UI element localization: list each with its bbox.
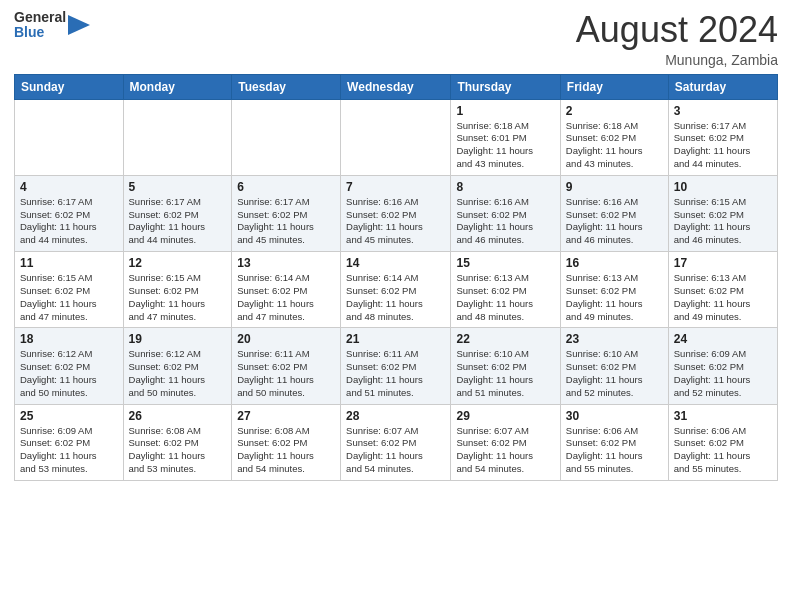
calendar-title: August 2024	[576, 10, 778, 50]
day-number: 12	[129, 256, 227, 270]
day-info: Sunrise: 6:17 AM Sunset: 6:02 PM Dayligh…	[237, 196, 335, 247]
week-row-3: 11Sunrise: 6:15 AM Sunset: 6:02 PM Dayli…	[15, 252, 778, 328]
day-number: 16	[566, 256, 663, 270]
day-info: Sunrise: 6:09 AM Sunset: 6:02 PM Dayligh…	[674, 348, 772, 399]
calendar-cell: 11Sunrise: 6:15 AM Sunset: 6:02 PM Dayli…	[15, 252, 124, 328]
day-info: Sunrise: 6:17 AM Sunset: 6:02 PM Dayligh…	[20, 196, 118, 247]
calendar-cell: 31Sunrise: 6:06 AM Sunset: 6:02 PM Dayli…	[668, 404, 777, 480]
calendar-cell: 26Sunrise: 6:08 AM Sunset: 6:02 PM Dayli…	[123, 404, 232, 480]
calendar-cell: 13Sunrise: 6:14 AM Sunset: 6:02 PM Dayli…	[232, 252, 341, 328]
calendar-cell	[232, 99, 341, 175]
logo-general: General	[14, 10, 66, 25]
day-number: 23	[566, 332, 663, 346]
page: General Blue August 2024 Mununga, Zambia…	[0, 0, 792, 612]
calendar-cell: 20Sunrise: 6:11 AM Sunset: 6:02 PM Dayli…	[232, 328, 341, 404]
calendar-cell: 14Sunrise: 6:14 AM Sunset: 6:02 PM Dayli…	[341, 252, 451, 328]
calendar-cell: 1Sunrise: 6:18 AM Sunset: 6:01 PM Daylig…	[451, 99, 560, 175]
day-number: 6	[237, 180, 335, 194]
day-info: Sunrise: 6:16 AM Sunset: 6:02 PM Dayligh…	[346, 196, 445, 247]
calendar-cell: 28Sunrise: 6:07 AM Sunset: 6:02 PM Dayli…	[341, 404, 451, 480]
week-row-5: 25Sunrise: 6:09 AM Sunset: 6:02 PM Dayli…	[15, 404, 778, 480]
day-info: Sunrise: 6:15 AM Sunset: 6:02 PM Dayligh…	[20, 272, 118, 323]
calendar-cell: 2Sunrise: 6:18 AM Sunset: 6:02 PM Daylig…	[560, 99, 668, 175]
calendar-cell: 27Sunrise: 6:08 AM Sunset: 6:02 PM Dayli…	[232, 404, 341, 480]
day-number: 28	[346, 409, 445, 423]
day-number: 18	[20, 332, 118, 346]
calendar-cell: 3Sunrise: 6:17 AM Sunset: 6:02 PM Daylig…	[668, 99, 777, 175]
day-info: Sunrise: 6:13 AM Sunset: 6:02 PM Dayligh…	[456, 272, 554, 323]
day-number: 3	[674, 104, 772, 118]
calendar-cell: 29Sunrise: 6:07 AM Sunset: 6:02 PM Dayli…	[451, 404, 560, 480]
day-info: Sunrise: 6:13 AM Sunset: 6:02 PM Dayligh…	[674, 272, 772, 323]
day-number: 9	[566, 180, 663, 194]
day-info: Sunrise: 6:07 AM Sunset: 6:02 PM Dayligh…	[456, 425, 554, 476]
calendar-cell: 15Sunrise: 6:13 AM Sunset: 6:02 PM Dayli…	[451, 252, 560, 328]
logo-blue: Blue	[14, 25, 66, 40]
calendar-table: Sunday Monday Tuesday Wednesday Thursday…	[14, 74, 778, 481]
week-row-4: 18Sunrise: 6:12 AM Sunset: 6:02 PM Dayli…	[15, 328, 778, 404]
day-info: Sunrise: 6:16 AM Sunset: 6:02 PM Dayligh…	[456, 196, 554, 247]
calendar-cell: 30Sunrise: 6:06 AM Sunset: 6:02 PM Dayli…	[560, 404, 668, 480]
calendar-cell: 6Sunrise: 6:17 AM Sunset: 6:02 PM Daylig…	[232, 175, 341, 251]
day-number: 15	[456, 256, 554, 270]
day-number: 5	[129, 180, 227, 194]
logo: General Blue	[14, 10, 90, 41]
weekday-header-row: Sunday Monday Tuesday Wednesday Thursday…	[15, 74, 778, 99]
calendar-location: Mununga, Zambia	[576, 52, 778, 68]
calendar-cell: 22Sunrise: 6:10 AM Sunset: 6:02 PM Dayli…	[451, 328, 560, 404]
col-monday: Monday	[123, 74, 232, 99]
day-number: 30	[566, 409, 663, 423]
calendar-cell: 16Sunrise: 6:13 AM Sunset: 6:02 PM Dayli…	[560, 252, 668, 328]
col-friday: Friday	[560, 74, 668, 99]
col-sunday: Sunday	[15, 74, 124, 99]
day-info: Sunrise: 6:12 AM Sunset: 6:02 PM Dayligh…	[129, 348, 227, 399]
calendar-cell: 21Sunrise: 6:11 AM Sunset: 6:02 PM Dayli…	[341, 328, 451, 404]
calendar-cell: 24Sunrise: 6:09 AM Sunset: 6:02 PM Dayli…	[668, 328, 777, 404]
day-number: 1	[456, 104, 554, 118]
calendar-cell: 4Sunrise: 6:17 AM Sunset: 6:02 PM Daylig…	[15, 175, 124, 251]
calendar-cell: 17Sunrise: 6:13 AM Sunset: 6:02 PM Dayli…	[668, 252, 777, 328]
day-number: 14	[346, 256, 445, 270]
day-number: 20	[237, 332, 335, 346]
day-number: 10	[674, 180, 772, 194]
day-info: Sunrise: 6:08 AM Sunset: 6:02 PM Dayligh…	[237, 425, 335, 476]
calendar-cell: 5Sunrise: 6:17 AM Sunset: 6:02 PM Daylig…	[123, 175, 232, 251]
day-info: Sunrise: 6:17 AM Sunset: 6:02 PM Dayligh…	[129, 196, 227, 247]
calendar-cell	[123, 99, 232, 175]
col-wednesday: Wednesday	[341, 74, 451, 99]
day-info: Sunrise: 6:15 AM Sunset: 6:02 PM Dayligh…	[129, 272, 227, 323]
day-info: Sunrise: 6:17 AM Sunset: 6:02 PM Dayligh…	[674, 120, 772, 171]
calendar-cell	[15, 99, 124, 175]
logo-graphic: General Blue	[14, 10, 90, 41]
day-info: Sunrise: 6:14 AM Sunset: 6:02 PM Dayligh…	[346, 272, 445, 323]
day-info: Sunrise: 6:08 AM Sunset: 6:02 PM Dayligh…	[129, 425, 227, 476]
day-number: 7	[346, 180, 445, 194]
calendar-cell: 8Sunrise: 6:16 AM Sunset: 6:02 PM Daylig…	[451, 175, 560, 251]
calendar-cell: 9Sunrise: 6:16 AM Sunset: 6:02 PM Daylig…	[560, 175, 668, 251]
header: General Blue August 2024 Mununga, Zambia	[14, 10, 778, 68]
day-number: 27	[237, 409, 335, 423]
calendar-cell: 23Sunrise: 6:10 AM Sunset: 6:02 PM Dayli…	[560, 328, 668, 404]
day-info: Sunrise: 6:12 AM Sunset: 6:02 PM Dayligh…	[20, 348, 118, 399]
svg-marker-0	[68, 15, 90, 35]
day-number: 4	[20, 180, 118, 194]
day-number: 11	[20, 256, 118, 270]
day-info: Sunrise: 6:11 AM Sunset: 6:02 PM Dayligh…	[237, 348, 335, 399]
day-number: 24	[674, 332, 772, 346]
day-number: 8	[456, 180, 554, 194]
day-info: Sunrise: 6:14 AM Sunset: 6:02 PM Dayligh…	[237, 272, 335, 323]
col-saturday: Saturday	[668, 74, 777, 99]
day-number: 26	[129, 409, 227, 423]
day-number: 25	[20, 409, 118, 423]
day-info: Sunrise: 6:15 AM Sunset: 6:02 PM Dayligh…	[674, 196, 772, 247]
calendar-cell: 19Sunrise: 6:12 AM Sunset: 6:02 PM Dayli…	[123, 328, 232, 404]
day-number: 19	[129, 332, 227, 346]
calendar-cell: 7Sunrise: 6:16 AM Sunset: 6:02 PM Daylig…	[341, 175, 451, 251]
day-info: Sunrise: 6:11 AM Sunset: 6:02 PM Dayligh…	[346, 348, 445, 399]
day-info: Sunrise: 6:18 AM Sunset: 6:01 PM Dayligh…	[456, 120, 554, 171]
day-number: 17	[674, 256, 772, 270]
day-number: 22	[456, 332, 554, 346]
col-thursday: Thursday	[451, 74, 560, 99]
day-number: 2	[566, 104, 663, 118]
day-number: 29	[456, 409, 554, 423]
